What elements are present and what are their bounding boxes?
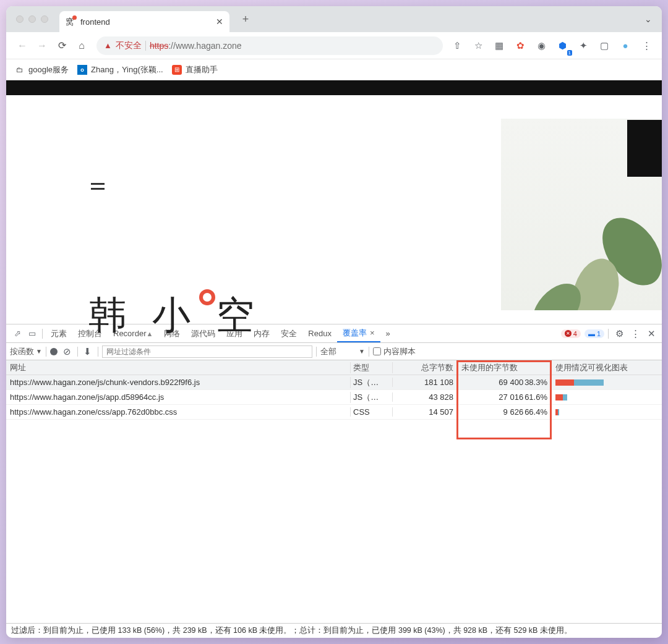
cell-unused: 69 40038.3% [457,378,551,387]
traffic-zoom[interactable] [41,15,48,23]
table-row[interactable]: https://www.hagan.zone/css/app.762d0bbc.… [6,405,662,420]
bookmark-icon[interactable]: ☆ [469,36,487,55]
red-circle-icon [199,289,215,305]
tab-bar: 窝 frontend ✕ + ⌄ [6,6,662,32]
folder-icon: 🗀 [15,65,25,75]
new-tab-button[interactable]: + [237,11,254,28]
traffic-minimize[interactable] [28,15,36,23]
coverage-table: 网址 类型 总字节数 未使用的字节数 使用情况可视化图表 https://www… [6,360,662,623]
close-icon[interactable]: ✕ [216,17,223,27]
cell-total: 181 108 [392,378,457,387]
close-devtools-icon[interactable]: ✕ [644,324,658,343]
extension-icon-2[interactable]: ⬢1 [553,36,572,55]
table-row[interactable]: https://www.hagan.zone/js/chunk-vendors.… [6,375,662,390]
error-badge[interactable]: ✕4 [561,329,581,338]
bookmark-folder[interactable]: 🗀google服务 [15,64,69,75]
insecure-label: 不安全 [116,40,142,51]
back-button[interactable]: ← [12,36,32,56]
bookmark-outlook[interactable]: oZhang，Ying(张颖... [77,64,163,75]
tab-coverage[interactable]: 覆盖率× [337,324,380,342]
tab-security[interactable]: 安全 [275,324,302,342]
stream-icon: ⊞ [172,65,182,75]
bookmarks-bar: 🗀google服务 oZhang，Ying(张颖... ⊞直播助手 [6,59,662,80]
hamburger-icon[interactable] [91,183,105,190]
tab-title: frontend [80,17,216,27]
address-bar: ← → ⟳ ⌂ ▲ 不安全 https://www.hagan.zone ⇧ ☆… [6,32,662,59]
cell-url: https://www.hagan.zone/css/app.762d0bbc.… [6,407,350,417]
clear-icon[interactable]: ⊘ [61,342,74,361]
export-icon[interactable]: ⬇ [82,342,94,361]
col-unused[interactable]: 未使用的字节数 [457,362,551,373]
scope-dropdown[interactable]: 全部▼ [320,346,365,357]
col-type[interactable]: 类型 [350,362,392,373]
chrome-icon[interactable]: ◉ [532,36,550,55]
col-vis[interactable]: 使用情况可视化图表 [551,362,662,373]
cell-vis [551,409,662,415]
address-field[interactable]: ▲ 不安全 https://www.hagan.zone [96,36,443,55]
page-viewport: 韩 小 空 [6,80,662,324]
menu-icon[interactable]: ⋮ [637,36,656,55]
info-badge[interactable]: ▬1 [584,329,604,338]
cell-url: https://www.hagan.zone/js/app.d58964cc.j… [6,392,350,402]
extensions-icon[interactable]: ✦ [574,36,593,55]
inspect-icon[interactable]: ⬀ [10,324,25,343]
col-total[interactable]: 总字节数 [392,362,457,373]
table-row[interactable]: https://www.hagan.zone/js/app.d58964cc.j… [6,390,662,405]
cell-unused: 9 62666.4% [457,407,551,417]
cell-type: JS（… [350,392,392,403]
url-filter-input[interactable] [102,345,312,358]
cell-total: 43 828 [392,392,457,402]
cell-type: CSS [350,407,392,417]
tabs-menu-icon[interactable]: ⌄ [644,14,652,24]
cell-url: https://www.hagan.zone/js/chunk-vendors.… [6,378,350,387]
close-tab-icon[interactable]: × [370,328,375,337]
record-button[interactable] [50,348,58,355]
settings-icon[interactable]: ⚙ [612,324,626,343]
warning-icon: ▲ [104,41,112,50]
favicon-icon: 窝 [66,17,75,27]
browser-tab[interactable]: 窝 frontend ✕ [59,11,229,32]
forward-button[interactable]: → [32,36,52,56]
table-header: 网址 类型 总字节数 未使用的字节数 使用情况可视化图表 [6,360,662,375]
cell-vis [551,379,662,386]
reload-button[interactable]: ⟳ [52,36,72,56]
devtools-panel: ⬀ ▭ 元素 控制台 Recorder ▲ 网络 源代码 应用 内存 安全 Re… [6,324,662,638]
cell-type: JS（… [350,377,392,388]
coverage-mode-dropdown[interactable]: 按函数▼ [10,346,42,357]
url-text: https://www.hagan.zone [150,41,242,51]
qr-icon[interactable]: ▦ [490,36,508,55]
content-scripts-checkbox[interactable]: 内容脚本 [373,346,416,357]
tab-redux[interactable]: Redux [302,324,337,342]
more-icon[interactable]: ⋮ [630,324,641,343]
profile-icon[interactable]: ● [616,36,635,55]
panel-icon[interactable]: ▢ [595,36,614,55]
coverage-toolbar: 按函数▼ ⊘ ⬇ 全部▼ 内容脚本 [6,343,662,360]
device-icon[interactable]: ▭ [25,324,40,343]
extension-icon-1[interactable]: ✿ [511,36,529,55]
cell-unused: 27 01661.6% [457,392,551,402]
home-button[interactable]: ⌂ [72,36,92,56]
cell-vis [551,394,662,400]
traffic-lights [16,15,48,23]
col-url[interactable]: 网址 [6,362,350,373]
dark-panel [627,120,662,177]
share-icon[interactable]: ⇧ [448,36,466,55]
page-headline: 韩 小 空 [88,289,262,341]
outlook-icon: o [77,65,87,75]
traffic-close[interactable] [16,15,24,23]
tabs-overflow-icon[interactable]: » [380,324,396,342]
cell-total: 14 507 [392,407,457,417]
tab-elements[interactable]: 元素 [45,324,72,342]
coverage-footer: 过滤后：到目前为止，已使用 133 kB (56%)，共 239 kB，还有 1… [6,623,662,638]
bookmark-stream[interactable]: ⊞直播助手 [172,64,218,75]
